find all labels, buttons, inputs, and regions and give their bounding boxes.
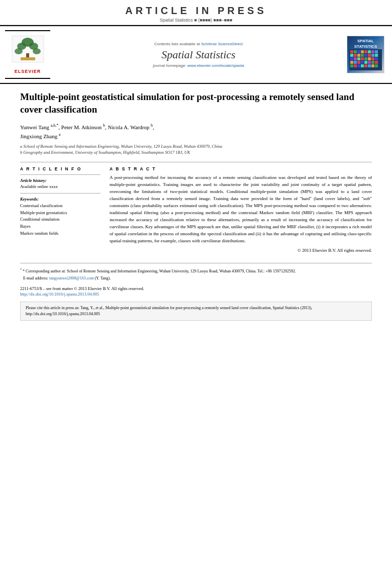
keyword-1: Contextual classification	[20, 203, 101, 210]
elsevier-logo: ELSEVIER	[5, 30, 50, 79]
email-note: E-mail address: tangyunwei2008@163.com (…	[20, 275, 372, 282]
svg-rect-44	[361, 64, 364, 67]
keyword-4: Bayes	[20, 223, 101, 230]
svg-rect-35	[357, 61, 360, 64]
svg-rect-46	[368, 64, 371, 67]
svg-rect-15	[371, 50, 374, 53]
svg-rect-30	[368, 57, 371, 60]
email-prefix-text: E-mail address:	[23, 276, 49, 280]
svg-rect-23	[371, 54, 374, 57]
svg-rect-31	[371, 57, 374, 60]
svg-rect-34	[354, 61, 357, 64]
doi-link[interactable]: http://dx.doi.org/10.1016/j.spasta.2013.…	[20, 292, 99, 297]
svg-point-4	[15, 48, 23, 54]
keywords-label: Keywords:	[20, 197, 101, 202]
article-info-column: A R T I C L E I N F O Article history: A…	[20, 166, 101, 252]
contents-prefix: Contents lists available at	[154, 42, 201, 46]
svg-rect-25	[350, 57, 353, 60]
contents-line: Contents lists available at SciVerse Sci…	[55, 42, 342, 46]
svg-rect-16	[375, 50, 378, 53]
article-title: Multiple-point geostatistical simulation…	[20, 91, 372, 116]
history-value: Available online xxxx	[20, 184, 101, 189]
aip-banner: ARTICLE IN PRESS Spatial Statistics ■ (■…	[0, 0, 392, 25]
homepage-line: journal homepage: www.elsevier.com/locat…	[55, 63, 342, 68]
svg-rect-32	[375, 57, 378, 60]
keywords-divider	[20, 193, 101, 194]
email-link[interactable]: tangyunwei2008@163.com	[49, 276, 93, 280]
footnote-section: * * Corresponding author at: School of R…	[0, 267, 392, 282]
article-body: Multiple-point geostatistical simulation…	[0, 84, 392, 258]
aip-title: ARTICLE IN PRESS	[0, 5, 392, 17]
svg-rect-7	[21, 57, 35, 60]
homepage-link[interactable]: www.elsevier.com/locate/spasta	[187, 63, 244, 68]
keyword-5: Markov random fields	[20, 230, 101, 237]
svg-rect-9	[350, 50, 353, 53]
affiliation-a: a School of Remote Sensing and Informati…	[20, 143, 372, 150]
svg-rect-33	[350, 61, 353, 64]
affiliation-b: b Geography and Environment, University …	[20, 149, 372, 156]
doi-section: 2211-6753/$ – see front matter © 2013 El…	[0, 286, 392, 297]
svg-rect-21	[364, 54, 367, 57]
svg-rect-28	[361, 57, 364, 60]
homepage-prefix: journal homepage:	[153, 63, 187, 68]
two-column-section: A R T I C L E I N F O Article history: A…	[20, 166, 372, 252]
bottom-divider	[20, 263, 372, 263]
svg-rect-37	[364, 61, 367, 64]
abstract-heading: A B S T R A C T	[110, 166, 372, 171]
svg-rect-22	[368, 54, 371, 57]
svg-rect-42	[354, 64, 357, 67]
journal-center-info: Contents lists available at SciVerse Sci…	[55, 42, 342, 68]
sciversedirect-link[interactable]: SciVerse ScienceDirect	[201, 42, 243, 46]
svg-rect-14	[368, 50, 371, 53]
svg-rect-40	[375, 61, 378, 64]
svg-rect-13	[364, 50, 367, 53]
journal-title-display: Spatial Statistics	[55, 48, 342, 61]
cite-box: Please cite this article in press as: Ta…	[20, 302, 372, 321]
elsevier-name: ELSEVIER	[15, 69, 41, 74]
svg-rect-48	[375, 64, 378, 67]
svg-rect-27	[357, 57, 360, 60]
logo-pattern-icon	[349, 49, 382, 70]
email-suffix-text: (Y. Tang).	[93, 276, 111, 280]
svg-rect-24	[375, 54, 378, 57]
svg-rect-41	[350, 64, 353, 67]
keyword-2: Multiple-point geostatistics	[20, 210, 101, 217]
journal-header: ELSEVIER Contents lists available at Sci…	[0, 25, 392, 84]
abstract-column: A B S T R A C T A post-processing method…	[110, 166, 372, 252]
svg-rect-17	[350, 54, 353, 57]
svg-rect-47	[371, 64, 374, 67]
elsevier-tree-icon	[12, 35, 44, 63]
svg-rect-45	[364, 64, 367, 67]
svg-rect-10	[354, 50, 357, 53]
info-divider	[20, 174, 101, 175]
svg-rect-39	[371, 61, 374, 64]
svg-rect-26	[354, 57, 357, 60]
svg-rect-36	[361, 61, 364, 64]
svg-rect-38	[368, 61, 371, 64]
abstract-text: A post-processing method for increasing …	[110, 174, 372, 244]
corresponding-author-note: * * Corresponding author at: School of R…	[20, 267, 372, 274]
svg-rect-18	[354, 54, 357, 57]
aip-journal-text: Spatial Statistics ■ (■■■■) ■■■–■■■	[160, 18, 232, 23]
svg-rect-43	[357, 64, 360, 67]
spatial-statistics-logo: SPATIALSTATISTICS	[347, 36, 384, 73]
svg-rect-12	[361, 50, 364, 53]
keyword-3: Conditional simulation	[20, 216, 101, 223]
issn-text: 2211-6753/$ – see front matter © 2013 El…	[20, 286, 372, 291]
affiliations: a School of Remote Sensing and Informati…	[20, 143, 372, 156]
svg-rect-11	[357, 50, 360, 53]
svg-rect-29	[364, 57, 367, 60]
authors-list: Yunwei Tang a,b,*, Peter M. Atkinson b, …	[20, 123, 372, 140]
copyright-line: © 2013 Elsevier B.V. All rights reserved…	[110, 248, 372, 253]
cite-text: Please cite this article in press as: Ta…	[26, 306, 312, 316]
svg-point-5	[33, 48, 41, 54]
journal-logo: SPATIALSTATISTICS	[347, 36, 387, 73]
aip-journal-ref: Spatial Statistics ■ (■■■■) ■■■–■■■	[0, 18, 392, 23]
article-info-heading: A R T I C L E I N F O	[20, 166, 101, 171]
svg-rect-19	[357, 54, 360, 57]
svg-rect-20	[361, 54, 364, 57]
history-label: Article history:	[20, 178, 101, 183]
section-divider	[20, 162, 372, 162]
